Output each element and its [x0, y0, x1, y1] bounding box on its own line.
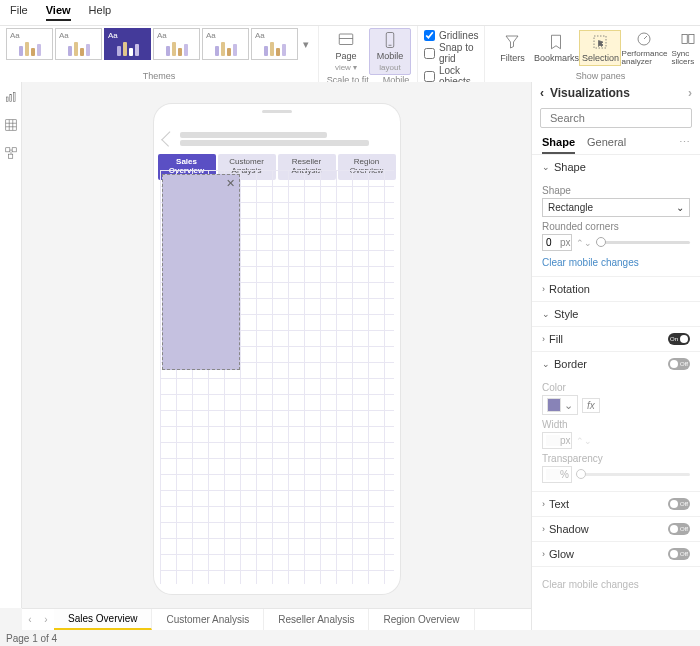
expand-pane-icon[interactable]: › [688, 86, 692, 100]
tab-shape[interactable]: Shape [542, 136, 575, 154]
sync-slicers-button[interactable]: Sync slicers [667, 28, 700, 68]
tab-nav-next[interactable]: › [38, 609, 54, 630]
svg-rect-7 [689, 35, 694, 44]
search-input[interactable] [550, 112, 688, 124]
mobile-canvas: Sales Overview Customer Analysis Reselle… [22, 82, 531, 608]
data-view-icon[interactable] [4, 118, 18, 132]
svg-rect-6 [682, 35, 687, 44]
transparency-slider[interactable] [576, 473, 690, 476]
gridlines-checkbox[interactable]: Gridlines [424, 30, 478, 41]
mobile-grid[interactable]: ✕ [160, 170, 394, 584]
fx-button[interactable]: fx [582, 398, 600, 413]
border-width-input[interactable]: px [542, 432, 572, 449]
border-toggle[interactable]: Off [668, 358, 690, 370]
theme-thumb-6[interactable]: Aa [251, 28, 298, 60]
theme-thumb-5[interactable]: Aa [202, 28, 249, 60]
chevron-down-icon: ⌄ [676, 202, 684, 213]
rounded-input[interactable]: px [542, 234, 572, 251]
theme-thumb-2[interactable]: Aa [55, 28, 102, 60]
menu-view[interactable]: View [46, 4, 71, 21]
page-tabs: ‹ › Sales Overview Customer Analysis Res… [22, 608, 531, 630]
svg-rect-9 [9, 95, 11, 102]
menu-help[interactable]: Help [89, 4, 112, 21]
svg-rect-17 [12, 148, 16, 152]
svg-rect-18 [8, 154, 12, 158]
themes-dropdown-icon[interactable]: ▾ [300, 38, 312, 51]
svg-rect-11 [5, 120, 16, 131]
ribbon: Aa Aa Aa Aa Aa Aa ▾ Themes Page view ▾ M… [0, 26, 700, 84]
delete-shape-icon[interactable]: ✕ [226, 177, 235, 190]
glow-toggle[interactable]: Off [668, 548, 690, 560]
page-tab-reseller[interactable]: Reseller Analysis [264, 609, 369, 630]
collapse-pane-icon[interactable]: ‹ [540, 86, 544, 100]
bookmarks-pane-button[interactable]: Bookmarks [535, 31, 577, 65]
snap-checkbox[interactable]: Snap to grid [424, 42, 478, 64]
model-view-icon[interactable] [4, 146, 18, 160]
text-toggle[interactable]: Off [668, 498, 690, 510]
performance-pane-button[interactable]: Performance analyzer [623, 28, 665, 68]
shadow-section-header[interactable]: ›ShadowOff [532, 517, 700, 541]
page-view-button[interactable]: Page view ▾ [325, 29, 367, 74]
selected-shape[interactable]: ✕ [162, 174, 240, 370]
fill-section-header[interactable]: ›FillOn [532, 327, 700, 351]
shape-section-header[interactable]: ⌄Shape [532, 155, 700, 179]
border-section-header[interactable]: ⌄BorderOff [532, 352, 700, 376]
fill-toggle[interactable]: On [668, 333, 690, 345]
more-options-icon[interactable]: ⋯ [679, 136, 690, 154]
mobile-frame: Sales Overview Customer Analysis Reselle… [154, 104, 400, 594]
shape-select[interactable]: Rectangle⌄ [542, 198, 690, 217]
visualizations-pane: ‹ Visualizations › Shape General ⋯ ⌄Shap… [531, 82, 700, 640]
tab-general[interactable]: General [587, 136, 626, 154]
phone-notch [262, 110, 292, 113]
filters-pane-button[interactable]: Filters [491, 31, 533, 65]
pane-title: Visualizations [550, 86, 630, 100]
glow-section-header[interactable]: ›GlowOff [532, 542, 700, 566]
page-tab-customer[interactable]: Customer Analysis [152, 609, 264, 630]
border-color-picker[interactable]: ⌄ [542, 395, 578, 415]
search-box[interactable] [540, 108, 692, 128]
theme-thumb-4[interactable]: Aa [153, 28, 200, 60]
shadow-toggle[interactable]: Off [668, 523, 690, 535]
svg-rect-8 [6, 97, 8, 102]
clear-mobile-bottom: Clear mobile changes [542, 579, 639, 590]
mobile-back-icon[interactable] [161, 131, 177, 147]
rotation-section-header[interactable]: ›Rotation [532, 277, 700, 301]
border-transparency-input[interactable]: % [542, 466, 572, 483]
themes-group-label: Themes [143, 71, 176, 81]
rounded-slider[interactable] [596, 241, 690, 244]
selection-pane-button[interactable]: Selection [579, 30, 621, 66]
svg-rect-0 [339, 34, 353, 45]
menu-file[interactable]: File [10, 4, 28, 21]
text-section-header[interactable]: ›TextOff [532, 492, 700, 516]
page-tab-sales[interactable]: Sales Overview [54, 609, 152, 630]
tab-nav-prev[interactable]: ‹ [22, 609, 38, 630]
status-bar: Page 1 of 4 [0, 630, 700, 646]
svg-rect-10 [13, 92, 15, 101]
style-section-header[interactable]: ⌄Style [532, 302, 700, 326]
clear-mobile-link[interactable]: Clear mobile changes [542, 257, 639, 268]
report-view-icon[interactable] [4, 90, 18, 104]
mobile-layout-button[interactable]: Mobile layout [369, 28, 411, 75]
page-tab-region[interactable]: Region Overview [369, 609, 474, 630]
svg-rect-16 [5, 148, 9, 152]
theme-thumb-3[interactable]: Aa [104, 28, 151, 60]
left-view-rail [0, 82, 22, 608]
theme-thumb-1[interactable]: Aa [6, 28, 53, 60]
menu-bar: File View Help [0, 0, 700, 26]
